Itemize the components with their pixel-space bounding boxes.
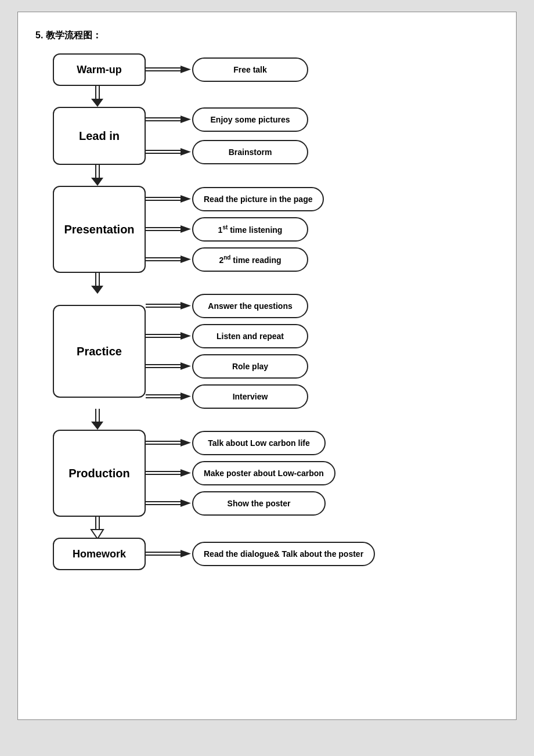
svg-marker-17	[181, 195, 191, 203]
prac-output-0: Answer the questions	[192, 294, 308, 318]
presentation-box: Presentation	[53, 186, 146, 273]
prac-output-3: Interview	[192, 384, 308, 409]
practice-box: Practice	[53, 305, 146, 398]
svg-marker-26	[91, 286, 103, 294]
prod-arrow-1	[146, 467, 192, 479]
svg-marker-47	[181, 469, 191, 477]
leadin-output-0: Enjoy some pictures	[192, 107, 308, 132]
pres-arrow-1	[146, 224, 192, 235]
pres-output-1: 1st time listening	[192, 217, 308, 242]
prod-output-1: Make poster about Low-carbon	[192, 461, 335, 485]
presentation-row: Presentation Read the picture in the pag…	[53, 186, 324, 273]
svg-marker-11	[181, 148, 191, 156]
pres-arrow-2	[146, 254, 192, 265]
svg-marker-29	[181, 302, 191, 309]
leadin-box: Lead in	[53, 107, 146, 165]
production-box: Production	[53, 430, 146, 517]
pres-output-0: Read the picture in the page	[192, 187, 324, 211]
svg-marker-35	[181, 362, 191, 370]
arrow-down-0	[88, 86, 111, 107]
prac-output-1: Listen and repeat	[192, 324, 308, 348]
prac-arrow-1	[146, 330, 192, 342]
leadin-output-1: Brainstorm	[192, 140, 308, 164]
prod-arrow-2	[146, 498, 192, 509]
page: 5. 教学流程图： Warm-up Free talk	[17, 12, 517, 720]
arrow-down-1	[88, 165, 111, 186]
svg-marker-44	[181, 439, 191, 447]
practice-row: Practice Answer the questions	[53, 294, 308, 409]
prod-output-2: Show the poster	[192, 491, 326, 516]
leadin-arrow-0	[146, 114, 192, 125]
warmup-arrow	[146, 64, 192, 75]
svg-marker-41	[91, 422, 103, 430]
production-row: Production Talk about Low carbon life	[53, 430, 335, 517]
hw-arrow-0	[146, 548, 192, 560]
homework-row: Homework Read the dialogue& Talk about t…	[53, 538, 375, 570]
warmup-output-0: Free talk	[192, 57, 308, 82]
svg-marker-8	[181, 116, 191, 123]
prac-arrow-2	[146, 361, 192, 372]
arrow-down-4	[88, 517, 111, 538]
prod-output-0: Talk about Low carbon life	[192, 431, 326, 455]
svg-marker-2	[181, 66, 191, 73]
leadin-row: Lead in Enjoy some pictures	[53, 107, 308, 165]
arrow-down-2	[88, 273, 111, 294]
svg-marker-23	[181, 255, 191, 263]
leadin-arrow-1	[146, 146, 192, 158]
flowchart: Warm-up Free talk	[35, 53, 499, 570]
svg-marker-14	[91, 178, 103, 186]
pres-arrow-0	[146, 193, 192, 205]
prac-output-2: Role play	[192, 354, 308, 379]
svg-marker-50	[181, 499, 191, 507]
prod-arrow-0	[146, 437, 192, 449]
svg-marker-38	[181, 393, 191, 400]
page-title: 5. 教学流程图：	[35, 30, 499, 42]
homework-box: Homework	[53, 538, 146, 570]
arrow-down-3	[88, 409, 111, 430]
prac-arrow-3	[146, 391, 192, 402]
hw-output-0: Read the dialogue& Talk about the poster	[192, 542, 375, 566]
svg-marker-5	[91, 99, 103, 107]
svg-marker-32	[181, 332, 191, 340]
warmup-box: Warm-up	[53, 53, 146, 86]
prac-arrow-0	[146, 300, 192, 312]
warmup-row: Warm-up Free talk	[53, 53, 308, 86]
svg-marker-56	[181, 550, 191, 557]
svg-marker-20	[181, 225, 191, 233]
pres-output-2: 2nd time reading	[192, 247, 308, 272]
